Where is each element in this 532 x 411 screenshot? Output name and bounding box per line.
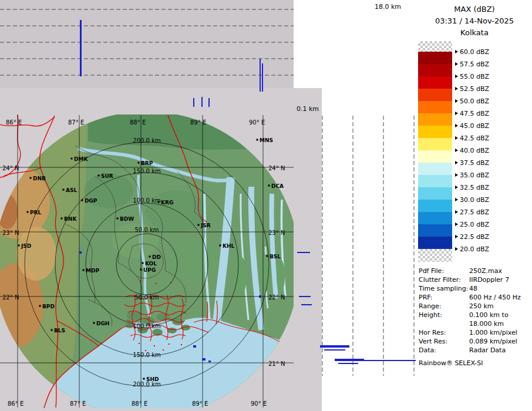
station-dot-KRG	[158, 201, 160, 203]
legend-label: 50.0 dBZ	[455, 97, 489, 105]
range-ring-label: 50.0 km	[135, 227, 159, 233]
echo-mark	[193, 98, 194, 107]
echo-mark	[335, 359, 364, 361]
info-value: 250Z.max	[469, 267, 531, 275]
station-dot-MDP	[83, 269, 85, 271]
station-dot-BPD	[39, 305, 41, 307]
echo-mark	[320, 345, 349, 348]
legend-label: 30.0 dBZ	[455, 196, 489, 203]
station-label-DNB: DNB	[33, 176, 46, 181]
station-label-ASL: ASL	[66, 187, 77, 193]
lon-label-top: 86° E	[6, 119, 22, 126]
legend-label: 57.5 dBZ	[455, 60, 489, 68]
station-dot-PRL	[27, 211, 29, 213]
station-label-BNK: BNK	[64, 216, 77, 222]
station-label-DCA: DCA	[271, 183, 284, 189]
info-label: Height:	[419, 311, 469, 319]
legend-label-text: 55.0 dBZ	[460, 73, 489, 80]
legend-label: 35.0 dBZ	[455, 171, 489, 178]
info-value: 18.000 km	[469, 320, 531, 328]
echo-mark	[79, 251, 82, 254]
lat-label-left: 24° N	[2, 165, 19, 171]
station-label-SHD: SHD	[146, 376, 159, 382]
product-datetime: 03:31 / 14-Nov-2025	[417, 15, 532, 27]
info-label: Data:	[419, 346, 469, 354]
legend-tick-arrow-icon	[455, 62, 458, 66]
echo-mark	[260, 59, 261, 92]
station-label-KOL: KOL	[145, 261, 157, 267]
radar-station-name: Kolkata	[417, 27, 532, 39]
legend-tick-arrow-icon	[455, 247, 458, 251]
legend-label-text: 40.0 dBZ	[460, 147, 489, 154]
legend-label-text: 60.0 dBZ	[460, 48, 489, 56]
lon-label-bottom: 89° E	[192, 400, 208, 407]
range-ring-label: 200.0 km	[133, 381, 160, 388]
echo-mark	[262, 63, 263, 92]
info-value: IIRDoppler 7	[469, 276, 531, 284]
legend-tick-arrow-icon	[455, 87, 458, 90]
station-label-BSL: BSL	[270, 254, 281, 260]
lat-label-left: 23° N	[2, 230, 19, 236]
legend-tick-arrow-icon	[455, 149, 458, 152]
legend-label: 27.5 dBZ	[455, 208, 489, 215]
echo-mark	[201, 97, 203, 107]
station-label-MNS: MNS	[260, 137, 273, 143]
legend-label-text: 37.5 dBZ	[460, 159, 489, 167]
lon-label-bottom: 90° E	[251, 400, 267, 407]
lon-label-bottom: 86° E	[8, 400, 23, 407]
station-dot-KOL	[142, 262, 144, 264]
legend-tick-arrow-icon	[455, 161, 458, 164]
max-height-label: 18.0 km	[375, 3, 401, 11]
station-dot-BRP	[138, 162, 140, 164]
station-label-DGP: DGP	[85, 198, 97, 204]
station-dot-DCA	[268, 185, 270, 187]
echo-mark	[338, 363, 358, 364]
info-label	[419, 320, 469, 328]
station-label-UPG: UPG	[143, 267, 156, 273]
info-value: 0.100 km to	[469, 311, 531, 319]
station-label-BPD: BPD	[42, 304, 55, 309]
lat-label-right: 21° N	[268, 361, 285, 367]
station-dot-JSR	[198, 224, 200, 226]
station-dot-DNB	[30, 177, 32, 179]
radar-composite-view: 86° E86° E87° E87° E88° E88° E89° E89° E…	[0, 0, 417, 411]
echo-mark	[80, 20, 82, 76]
legend-label-text: 35.0 dBZ	[460, 171, 489, 179]
legend-label: 42.5 dBZ	[455, 134, 489, 142]
legend-label-text: 47.5 dBZ	[460, 110, 489, 117]
legend-label-text: 32.5 dBZ	[460, 184, 489, 191]
color-scale-labels: 60.0 dBZ57.5 dBZ55.0 dBZ52.5 dBZ50.0 dBZ…	[418, 41, 531, 264]
station-label-MDP: MDP	[86, 268, 99, 274]
station-label-JSD: JSD	[21, 243, 31, 249]
legend-label-text: 45.0 dBZ	[460, 122, 489, 130]
color-scale-legend: 60.0 dBZ57.5 dBZ55.0 dBZ52.5 dBZ50.0 dBZ…	[418, 41, 531, 264]
scan-info: Pdf File:250Z.maxClutter Filter:IIRDoppl…	[419, 267, 531, 354]
legend-label: 22.5 dBZ	[455, 233, 489, 240]
legend-label-text: 52.5 dBZ	[460, 85, 489, 93]
station-dot-UPG	[140, 269, 142, 271]
legend-label: 55.0 dBZ	[455, 73, 489, 80]
software-credit: Rainbow® SELEX-SI	[419, 359, 483, 367]
legend-label: 60.0 dBZ	[455, 48, 489, 55]
legend-label-text: 42.5 dBZ	[460, 134, 489, 142]
station-label-JSR: JSR	[200, 223, 211, 228]
range-ring-label: 100.0 km	[133, 197, 160, 204]
echo-mark	[202, 358, 206, 361]
station-label-BRP: BRP	[141, 160, 153, 166]
info-label: Pdf File:	[419, 267, 469, 275]
legend-tick-arrow-icon	[455, 124, 458, 127]
lat-label-right: 24° N	[268, 165, 285, 171]
legend-label: 47.5 dBZ	[455, 110, 489, 117]
station-dot-BDW	[117, 218, 119, 220]
legend-label-text: 27.5 dBZ	[460, 208, 489, 216]
echo-mark	[193, 345, 196, 348]
right-strip-background	[294, 88, 322, 411]
legend-tick-arrow-icon	[455, 136, 458, 140]
legend-label: 40.0 dBZ	[455, 147, 489, 154]
legend-tick-arrow-icon	[455, 186, 458, 189]
echo-mark	[259, 295, 261, 298]
legend-label: 37.5 dBZ	[455, 159, 489, 166]
echo-mark	[364, 360, 416, 361]
legend-label: 52.5 dBZ	[455, 85, 489, 92]
lat-label-right: 22° N	[268, 294, 285, 301]
